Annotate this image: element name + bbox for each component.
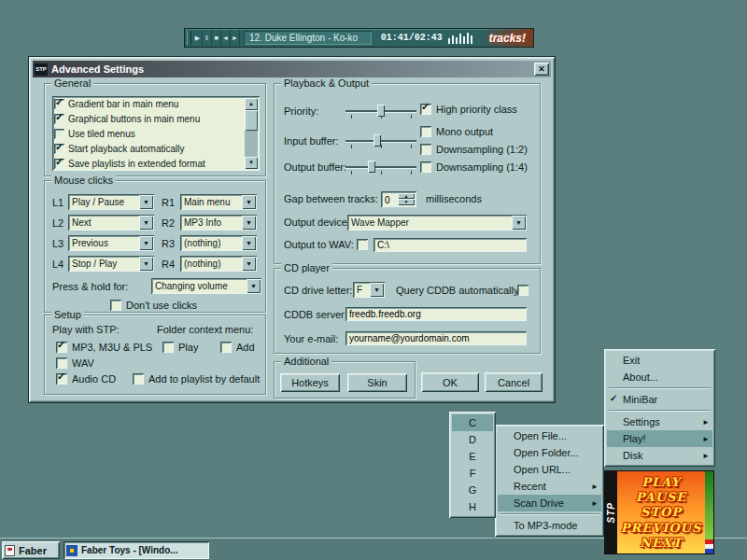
drag-grip[interactable] [187, 31, 191, 45]
checkbox[interactable] [54, 159, 64, 169]
checkbox[interactable] [110, 300, 121, 311]
slider-thumb[interactable] [374, 134, 381, 147]
checkbox[interactable] [517, 285, 529, 296]
l4-combo[interactable]: Stop / Play ▼ [68, 256, 154, 272]
cd-drive-combo[interactable]: F ▼ [353, 282, 385, 298]
checkbox[interactable] [54, 114, 64, 124]
cddb-server-input[interactable] [345, 307, 527, 321]
chevron-down-icon[interactable]: ▼ [242, 216, 256, 230]
menu-item-drive-e[interactable]: E [452, 448, 493, 465]
list-item[interactable]: Graphical buttons in main menu [52, 111, 260, 126]
checkbox[interactable] [357, 239, 368, 250]
r2-combo[interactable]: MP3 Info ▼ [180, 215, 257, 231]
menu-item-to-mp3-mode[interactable]: To MP3-mode [498, 517, 601, 534]
pause-icon[interactable]: ‖ [203, 30, 212, 46]
press-hold-combo[interactable]: Changing volume ▼ [151, 278, 261, 294]
scrollbar[interactable]: ▲ ▼ [245, 98, 258, 169]
chevron-down-icon[interactable]: ▼ [139, 195, 153, 209]
menu-item-settings[interactable]: Settings [607, 413, 712, 430]
list-item[interactable]: Use tiled menus [52, 126, 260, 141]
checkbox[interactable] [420, 161, 431, 173]
menu-item-scan-drive[interactable]: Scan Drive [498, 495, 601, 511]
chevron-down-icon[interactable]: ▼ [242, 195, 256, 209]
menu-item-about[interactable]: About... [607, 369, 712, 385]
folder-play-option[interactable]: Play [162, 342, 220, 353]
list-item[interactable]: Save playlists in extended format [52, 156, 260, 171]
checkbox[interactable] [54, 99, 64, 109]
slider-thumb[interactable] [368, 161, 375, 173]
l3-combo[interactable]: Previous ▼ [68, 235, 154, 251]
wav-path-input[interactable] [374, 238, 527, 252]
audio-cd-option[interactable]: Audio CD [56, 373, 133, 385]
next-icon[interactable]: ► [231, 30, 240, 46]
hotkeys-button[interactable]: Hotkeys [280, 373, 340, 392]
menu-item-play[interactable]: Play! [607, 430, 712, 447]
priority-slider[interactable] [345, 104, 416, 119]
scroll-down-icon[interactable]: ▼ [245, 157, 258, 169]
menu-item-exit[interactable]: Exit [607, 352, 712, 369]
menu-item-open-url[interactable]: Open URL... [498, 461, 601, 478]
downsampling-12-option[interactable]: Downsampling (1:2) [420, 144, 528, 155]
task-button-faber-toys[interactable]: Faber Toys - [Windo... [63, 541, 209, 559]
spin-down-icon[interactable]: ▼ [398, 199, 415, 205]
r1-combo[interactable]: Main menu ▼ [180, 194, 257, 210]
downsampling-14-option[interactable]: Downsampling (1:4) [420, 161, 528, 173]
checkbox[interactable] [133, 373, 144, 385]
previous-icon[interactable]: ◄ [221, 30, 231, 46]
r4-combo[interactable]: (nothing) ▼ [180, 256, 257, 272]
folder-add-option[interactable]: Add [220, 342, 255, 353]
stp-skin-banner[interactable]: STP PLAY PAUSE STOP PREVIOUS NEXT [604, 470, 714, 554]
chevron-down-icon[interactable]: ▼ [370, 283, 384, 297]
dont-use-clicks-option[interactable]: Don't use clicks [110, 300, 197, 311]
checkbox[interactable] [420, 126, 431, 137]
list-item[interactable]: Gradient bar in main menu [52, 96, 260, 111]
checkbox[interactable] [420, 144, 431, 155]
checkbox[interactable] [56, 342, 67, 353]
chevron-down-icon[interactable]: ▼ [139, 257, 153, 271]
menu-item-drive-f[interactable]: F [452, 465, 493, 482]
scroll-up-icon[interactable]: ▲ [245, 98, 258, 110]
checkbox[interactable] [220, 342, 232, 353]
checkbox[interactable] [54, 144, 64, 154]
menu-item-drive-c[interactable]: C [452, 414, 493, 431]
general-options-list[interactable]: Gradient bar in main menu Graphical butt… [52, 96, 260, 171]
scroll-thumb[interactable] [245, 110, 258, 131]
chevron-down-icon[interactable]: ▼ [139, 216, 153, 230]
close-icon[interactable]: ✕ [534, 63, 549, 76]
checkbox[interactable] [54, 129, 64, 139]
dialog-titlebar[interactable]: STP Advanced Settings ✕ [33, 61, 551, 77]
output-buffer-slider[interactable] [345, 160, 416, 175]
output-device-combo[interactable]: Wave Mapper ▼ [347, 215, 527, 231]
list-item[interactable]: Start playback automatically [52, 141, 260, 156]
high-priority-option[interactable]: High priority class [420, 104, 517, 115]
l2-combo[interactable]: Next ▼ [68, 215, 154, 231]
checkbox[interactable] [162, 342, 174, 353]
checkbox[interactable] [420, 104, 431, 115]
menu-item-disk[interactable]: Disk [607, 447, 712, 464]
mono-output-option[interactable]: Mono output [420, 126, 493, 137]
menu-item-drive-g[interactable]: G [452, 482, 493, 498]
stop-icon[interactable]: ■ [212, 30, 221, 46]
slider-thumb[interactable] [377, 105, 385, 117]
r3-combo[interactable]: (nothing) ▼ [180, 235, 257, 251]
chevron-down-icon[interactable]: ▼ [242, 257, 256, 271]
l1-combo[interactable]: Play / Pause ▼ [68, 194, 154, 210]
play-icon[interactable]: ▶ [193, 30, 203, 46]
mini-player-bar[interactable]: ▶ ‖ ■ ◄ ► 12. Duke Ellington - Ko-ko 01:… [184, 28, 534, 48]
skin-button[interactable]: Skin [347, 373, 407, 392]
wav-option[interactable]: WAV [56, 357, 94, 369]
start-button[interactable]: Faber [2, 541, 60, 559]
chevron-down-icon[interactable]: ▼ [247, 279, 261, 293]
menu-item-drive-d[interactable]: D [452, 431, 493, 448]
checkbox[interactable] [56, 357, 67, 369]
chevron-down-icon[interactable]: ▼ [242, 236, 256, 250]
add-to-playlist-option[interactable]: Add to playlist by default [133, 373, 260, 385]
menu-item-open-folder[interactable]: Open Folder... [498, 444, 601, 461]
scroll-track[interactable] [245, 110, 258, 157]
email-input[interactable] [345, 331, 527, 345]
gap-input[interactable] [381, 191, 398, 207]
input-buffer-slider[interactable] [345, 133, 416, 148]
menu-item-minibar[interactable]: MiniBar [607, 391, 712, 408]
mp3-option[interactable]: MP3, M3U & PLS [56, 342, 162, 353]
checkbox[interactable] [56, 373, 67, 385]
